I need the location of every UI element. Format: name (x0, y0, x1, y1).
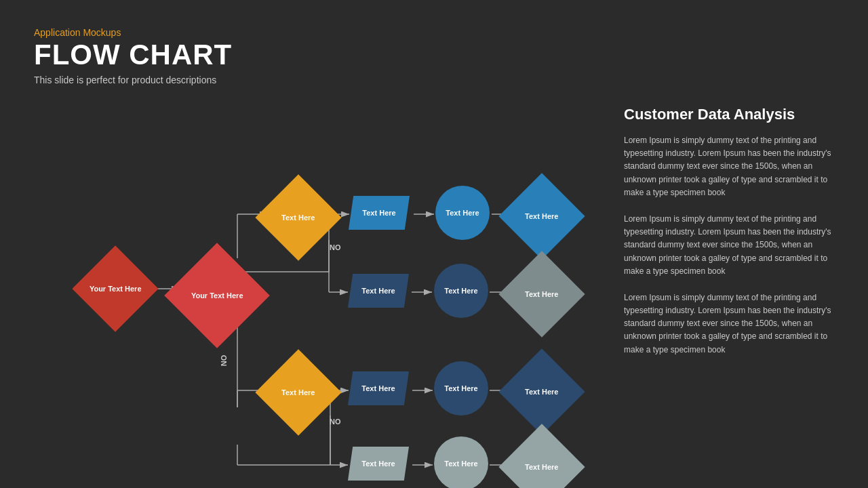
bottom-yes-rect-text: Text Here (361, 384, 395, 392)
description: This slide is perfect for product descri… (34, 75, 834, 85)
top-circle-text: Text Here (446, 209, 479, 217)
mid-top-rect-text: Text Here (361, 287, 395, 295)
right-panel: Customer Data Analysis Lorem Ipsum is si… (604, 99, 834, 479)
top-rect-text: Text Here (362, 209, 395, 217)
bottom-yes-diamond: Text Here (498, 348, 585, 434)
flowchart: YES NO YES NO YES NO Your Text Here Your… (34, 99, 604, 479)
mid-top-rect: Text Here (348, 274, 409, 308)
bottom-yes-diamond-text: Text Here (525, 388, 558, 396)
decision1-text: Your Text Here (191, 291, 243, 300)
yes-branch-text: Text Here (281, 214, 315, 222)
yes-branch-decision: Text Here (255, 174, 341, 260)
bottom-no-rect-text: Text Here (361, 460, 395, 468)
bottom-no-diamond: Text Here (498, 424, 585, 488)
panel-text-1: Lorem Ipsum is simply dummy text of the … (624, 134, 834, 199)
panel-title: Customer Data Analysis (624, 106, 834, 123)
bottom-no-diamond-text: Text Here (525, 463, 558, 471)
top-circle: Text Here (435, 186, 490, 240)
top-diamond: Text Here (498, 173, 585, 259)
no-branch-decision: Text Here (255, 349, 341, 435)
no-label-left: NO (220, 355, 228, 367)
top-diamond-text: Text Here (525, 212, 558, 220)
bottom-yes-rect: Text Here (348, 371, 409, 405)
mid-top-circle-text: Text Here (444, 287, 477, 295)
bottom-no-rect: Text Here (348, 447, 409, 481)
bottom-yes-circle: Text Here (434, 361, 488, 415)
decision1-diamond: Your Text Here (164, 243, 270, 348)
bottom-no-circle-text: Text Here (444, 460, 477, 468)
start-diamond: Your Text Here (72, 245, 158, 331)
start-diamond-text: Your Text Here (90, 285, 142, 293)
no-branch-text: Text Here (281, 388, 315, 396)
main-content: YES NO YES NO YES NO Your Text Here Your… (34, 99, 834, 479)
panel-text-3: Lorem Ipsum is simply dummy text of the … (624, 291, 834, 357)
bottom-yes-circle-text: Text Here (444, 384, 477, 392)
no-label-bottom: NO (330, 418, 341, 426)
header: Application Mockups FLOW CHART This slid… (34, 27, 834, 85)
subtitle: Application Mockups (34, 27, 834, 38)
slide: Application Mockups FLOW CHART This slid… (0, 0, 868, 488)
title: FLOW CHART (34, 41, 834, 69)
top-rect: Text Here (349, 196, 410, 230)
mid-top-diamond-text: Text Here (525, 290, 558, 298)
mid-top-diamond: Text Here (498, 251, 585, 337)
no-label-top: NO (330, 243, 341, 251)
panel-text-2: Lorem Ipsum is simply dummy text of the … (624, 213, 834, 278)
bottom-no-circle: Text Here (434, 436, 488, 488)
mid-top-circle: Text Here (434, 264, 488, 318)
